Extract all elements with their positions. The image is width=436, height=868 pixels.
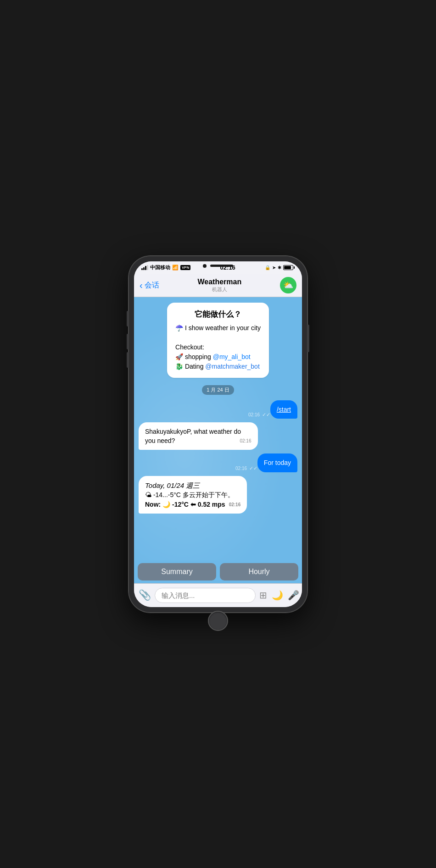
lock-icon: 🔒 (265, 265, 270, 270)
battery-indicator (283, 265, 295, 270)
signal-icon (141, 265, 148, 270)
weather-line2: 🌤 -14...-5°C 多云开始于下午。 (145, 490, 240, 499)
weather-time: 02:16 (229, 502, 241, 509)
received-bot1-bubble: ShakuyakukyoP, what weather do you need?… (139, 422, 258, 450)
phone-screen: 中国移动 📶 VPN 02:16 🔒 ➤ ✱ ‹ 会话 (134, 261, 302, 607)
received-bot1-wrapper: ShakuyakukyoP, what weather do you need?… (139, 422, 297, 450)
speaker-bar (210, 265, 233, 267)
input-right-icons: ⊞ 🌙 🎤 (259, 590, 299, 601)
sent-start-time: 02:16 ✓✓ (248, 412, 270, 418)
summary-button[interactable]: Summary (138, 563, 216, 581)
nav-bar: ‹ 会话 Weatherman 机器人 ⛅ (134, 274, 302, 297)
sticker-icon[interactable]: ⊞ (259, 590, 267, 601)
phone-device: 中国移动 📶 VPN 02:16 🔒 ➤ ✱ ‹ 会话 (129, 256, 307, 613)
intro-bubble: 它能做什么？ ☂️ I show weather in your city Ch… (167, 303, 269, 378)
start-command-text: /start (277, 406, 291, 413)
camera-dot (203, 264, 207, 268)
intro-shopping-link[interactable]: @my_ali_bot (213, 353, 251, 360)
nav-title-main: Weatherman (197, 278, 241, 286)
quick-replies-bar: Summary Hourly (134, 560, 302, 583)
back-chevron-icon: ‹ (140, 281, 143, 290)
location-icon: ➤ (272, 265, 276, 270)
signal-bar-2 (143, 267, 145, 270)
sent-fortoday-time: 02:16 ✓✓ (235, 465, 257, 471)
weather-line1: Today, 01/24 週三 (145, 481, 240, 491)
received-weather-wrapper: Today, 01/24 週三 🌤 -14...-5°C 多云开始于下午。 No… (139, 476, 297, 514)
sent-fortoday-wrapper: 02:16 ✓✓ For today (139, 453, 297, 472)
signal-bar-1 (141, 268, 143, 270)
bot1-time: 02:16 (240, 438, 251, 445)
nav-title-subtitle: 机器人 (197, 286, 241, 293)
sent-start-wrapper: 02:16 ✓✓ /start (139, 400, 297, 419)
intro-body: ☂️ I show weather in your city Checkout:… (175, 323, 261, 371)
status-right: 🔒 ➤ ✱ (265, 265, 295, 270)
intro-dating-link[interactable]: @matchmaker_bot (205, 363, 259, 370)
status-bar: 中国移动 📶 VPN 02:16 🔒 ➤ ✱ (134, 261, 302, 274)
bot1-text: ShakuyakukyoP, what weather do you need? (145, 428, 241, 444)
wifi-icon: 📶 (172, 265, 179, 271)
vpn-badge: VPN (180, 265, 190, 270)
intro-line1: ☂️ I show weather in your city (175, 323, 261, 333)
bot-avatar-icon: ⛅ (283, 280, 293, 290)
fortoday-double-check-icon: ✓✓ (249, 465, 257, 471)
intro-checkout: Checkout: (175, 343, 261, 352)
signal-bar-4 (147, 265, 148, 270)
home-button[interactable] (208, 611, 228, 631)
signal-bar-3 (145, 266, 146, 270)
emoji-icon[interactable]: 🌙 (272, 590, 283, 601)
mic-icon[interactable]: 🎤 (288, 590, 299, 601)
home-button-area (134, 607, 302, 635)
nav-title-block: Weatherman 机器人 (197, 278, 241, 293)
intro-title: 它能做什么？ (175, 309, 261, 320)
intro-shopping-line: 🚀 shopping @my_ali_bot (175, 352, 261, 362)
intro-dating-text: 🐉 Dating (175, 363, 203, 370)
back-label: 会话 (145, 281, 159, 290)
intro-dating-line: 🐉 Dating @matchmaker_bot (175, 362, 261, 371)
camera-area (203, 264, 233, 268)
sent-fortoday-bubble: For today (257, 453, 297, 472)
bluetooth-icon: ✱ (278, 265, 281, 270)
intro-shopping-text: 🚀 shopping (175, 353, 211, 360)
received-weather-bubble: Today, 01/24 週三 🌤 -14...-5°C 多云开始于下午。 No… (139, 476, 247, 514)
carrier-label: 中国移动 (150, 264, 170, 271)
hourly-button[interactable]: Hourly (220, 563, 298, 581)
back-button[interactable]: ‹ 会话 (140, 281, 159, 290)
bot-avatar[interactable]: ⛅ (280, 277, 296, 293)
chat-area[interactable]: 它能做什么？ ☂️ I show weather in your city Ch… (134, 297, 302, 560)
date-divider-text: 1 月 24 日 (202, 385, 234, 395)
message-input[interactable] (155, 588, 256, 603)
sent-start-bubble: /start (270, 400, 297, 419)
status-left: 中国移动 📶 VPN (141, 264, 190, 271)
fortoday-text: For today (264, 459, 291, 466)
weather-line3: Now: 🌙 -12°C ⬅ 0.52 mps 02:16 (145, 500, 240, 509)
attachment-icon[interactable]: 📎 (139, 589, 151, 601)
date-divider: 1 月 24 日 (139, 385, 297, 395)
intro-message-wrapper: 它能做什么？ ☂️ I show weather in your city Ch… (139, 303, 297, 380)
double-check-icon: ✓✓ (262, 412, 270, 417)
input-bar: 📎 ⊞ 🌙 🎤 (134, 583, 302, 607)
